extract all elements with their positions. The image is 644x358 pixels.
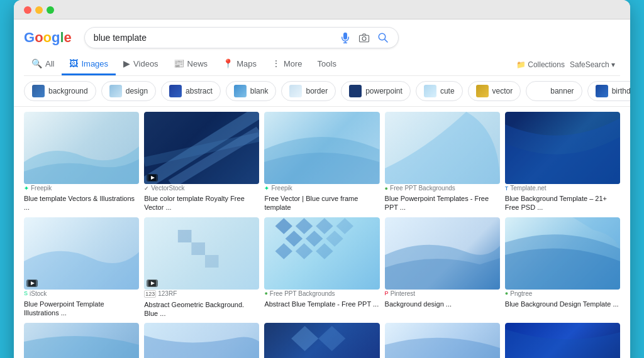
browser-titlebar [14, 0, 630, 19]
tab-maps[interactable]: 📍 Maps [215, 53, 264, 75]
image-item-3[interactable]: ✦ Freepik Free Vector | Blue curve frame… [264, 112, 379, 212]
tools-button[interactable]: Tools [310, 54, 344, 75]
svg-rect-25 [296, 243, 313, 259]
image-item-6[interactable]: S iStock Blue Powerpoint Template Illust… [24, 217, 139, 318]
image-item-11[interactable] [24, 323, 139, 358]
search-row: Google [24, 27, 620, 48]
image-source-label-1: Freepik [31, 185, 52, 192]
video-icon-2 [147, 174, 158, 182]
image-caption-1: Blue template Vectors & Illustrations ..… [24, 194, 139, 212]
image-thumb-14 [385, 323, 500, 358]
chip-powerpoint[interactable]: powerpoint [341, 81, 411, 101]
image-item-13[interactable] [264, 323, 379, 358]
image-source-label-5: Template.net [510, 185, 546, 192]
svg-rect-19 [275, 218, 292, 234]
chip-abstract[interactable]: abstract [161, 81, 221, 101]
svg-rect-26 [316, 243, 333, 259]
source-icon-6: S [24, 290, 28, 296]
svg-rect-21 [316, 218, 333, 234]
chip-abstract-thumb [169, 85, 182, 97]
traffic-light-minimize[interactable] [35, 6, 43, 14]
chip-cute[interactable]: cute [416, 81, 463, 101]
chip-birthday[interactable]: birthday [587, 81, 630, 101]
image-item-9[interactable]: P Pinterest Background design ... [385, 217, 500, 318]
traffic-light-close[interactable] [24, 6, 31, 14]
maps-icon: 📍 [223, 58, 233, 68]
tab-more[interactable]: ⋮ More [264, 53, 310, 75]
image-thumb-1 [24, 112, 139, 184]
svg-marker-16 [205, 255, 219, 268]
collections-button[interactable]: 📁 Collections [516, 60, 565, 69]
microphone-icon[interactable] [339, 31, 352, 44]
image-thumb-11 [24, 323, 139, 358]
chip-design[interactable]: design [101, 81, 156, 101]
traffic-light-fullscreen[interactable] [47, 6, 54, 14]
chip-vector-label: vector [492, 87, 513, 95]
image-caption-6: Blue Powerpoint Template Illustrations .… [24, 300, 139, 318]
image-thumb-7 [144, 217, 259, 290]
image-item-2[interactable]: ✓ VectorStock Blue color template Royalt… [144, 112, 259, 212]
chip-blank-label: blank [250, 87, 269, 95]
google-header: Google [14, 19, 630, 76]
image-item-15[interactable] [505, 323, 620, 358]
tab-videos[interactable]: ▶ Videos [116, 53, 166, 75]
image-row-1: ✦ Freepik Blue template Vectors & Illust… [24, 112, 620, 212]
chip-vector[interactable]: vector [468, 81, 521, 101]
source-icon-10: ● [505, 290, 508, 296]
image-thumb-8 [264, 217, 379, 290]
tab-all[interactable]: 🔍 All [24, 53, 62, 75]
chip-abstract-label: abstract [186, 87, 213, 95]
image-source-label-6: iStock [30, 290, 47, 297]
image-item-1[interactable]: ✦ Freepik Blue template Vectors & Illust… [24, 112, 139, 212]
image-item-10[interactable]: ● Pngtree Blue Background Design Templat… [505, 217, 620, 318]
chip-banner[interactable]: banner [526, 81, 582, 101]
chip-background-label: background [48, 87, 88, 95]
tab-images[interactable]: 🖼 Images [62, 53, 116, 75]
nav-row: 🔍 All 🖼 Images ▶ Videos 📰 News [24, 53, 620, 76]
image-item-12[interactable] [144, 323, 259, 358]
image-source-label-2: VectorStock [151, 185, 184, 192]
image-item-5[interactable]: T Template.net Blue Background Template … [505, 112, 620, 212]
camera-icon[interactable] [358, 31, 370, 44]
image-item-7[interactable]: 123 123RF Abstract Geometric Background.… [144, 217, 259, 318]
chip-border-thumb [289, 85, 302, 97]
video-icon-7 [147, 279, 158, 287]
image-source-5: T Template.net [505, 185, 620, 192]
search-button-icon[interactable] [377, 31, 389, 44]
safesearch-label: SafeSearch ▾ [570, 60, 615, 69]
chip-blank[interactable]: blank [226, 81, 277, 101]
image-thumb-15 [505, 323, 620, 358]
more-icon: ⋮ [272, 58, 280, 68]
image-source-3: ✦ Freepik [264, 185, 379, 192]
image-item-4[interactable]: ● Free PPT Backgrounds Blue Powerpoint T… [385, 112, 500, 212]
source-icon-1: ✦ [24, 185, 29, 192]
source-icon-9: P [385, 290, 389, 296]
svg-rect-27 [336, 218, 353, 234]
tab-news[interactable]: 📰 News [166, 53, 216, 75]
image-source-label-3: Freepik [271, 185, 292, 192]
chip-background[interactable]: background [24, 81, 96, 101]
chip-design-label: design [126, 87, 148, 95]
source-icon-4: ● [385, 185, 388, 192]
svg-rect-24 [275, 243, 292, 259]
chip-border[interactable]: border [281, 81, 336, 101]
videos-icon: ▶ [123, 58, 130, 68]
safesearch-button[interactable]: SafeSearch ▾ [570, 60, 615, 69]
image-caption-4: Blue Powerpoint Templates - Free PPT ... [385, 194, 500, 212]
chip-cute-label: cute [440, 87, 455, 95]
collections-label: Collections [528, 60, 565, 69]
image-caption-9: Background design ... [385, 300, 500, 308]
image-caption-3: Free Vector | Blue curve frame template [264, 194, 379, 212]
image-item-8[interactable]: ● Free PPT Backgrounds Abstract Blue Tem… [264, 217, 379, 318]
source-icon-3: ✦ [264, 185, 269, 192]
image-thumb-10 [505, 217, 620, 290]
image-source-label-7: 123RF [158, 290, 177, 297]
image-item-14[interactable] [385, 323, 500, 358]
image-row-2: S iStock Blue Powerpoint Template Illust… [24, 217, 620, 318]
svg-marker-29 [292, 326, 319, 351]
news-icon: 📰 [174, 58, 184, 68]
image-source-8: ● Free PPT Backgrounds [264, 290, 379, 297]
chip-cute-thumb [424, 85, 436, 97]
source-icon-7: 123 [144, 290, 156, 298]
search-input[interactable] [94, 33, 339, 43]
